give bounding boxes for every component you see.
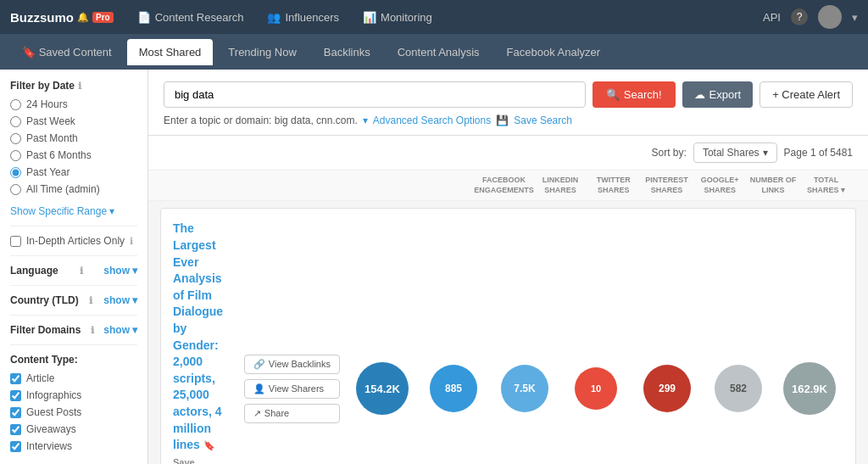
filter-domains-info-icon: ℹ [91, 325, 94, 336]
top-nav-right: API ? ▾ [763, 5, 858, 29]
brand-name: Buzzsumo [10, 10, 74, 25]
content-research-icon: 📄 [137, 11, 151, 24]
metric-pinterest-1: 10 [562, 367, 630, 410]
dropdown-icon: ▾ [363, 115, 368, 126]
country-chevron-icon: ▾ [132, 294, 137, 306]
pro-badge: Pro [92, 12, 114, 23]
result-item: The Largest Ever Analysis of Film Dialog… [160, 208, 856, 464]
tab-backlinks[interactable]: Backlinks [312, 39, 382, 65]
chevron-down-icon: ▾ [109, 205, 114, 217]
circle-twitter-1: 7.5K [501, 365, 548, 412]
save-search-link[interactable]: Save Search [514, 115, 572, 126]
header-linkedin-shares: LINKEDINSHARES [534, 176, 587, 195]
header-twitter-shares: TWITTERSHARES [587, 176, 640, 195]
content-area: 🔍 Search! ☁ Export + Create Alert Enter … [148, 70, 868, 464]
circle-google-1: 299 [643, 365, 691, 412]
checkbox-article[interactable]: Article [10, 372, 137, 384]
view-backlinks-btn-1[interactable]: 🔗 View Backlinks [244, 355, 340, 374]
header-fb-engagements: FACEBOOKENGAGEMENTS [474, 176, 534, 195]
nav-monitoring[interactable]: 📊 Monitoring [353, 6, 442, 29]
api-link[interactable]: API [763, 11, 781, 24]
in-depth-info-icon: ℹ [130, 236, 133, 247]
influencers-icon: 👥 [267, 11, 281, 24]
radio-24h[interactable]: 24 Hours [10, 98, 137, 110]
advanced-search-link[interactable]: Advanced Search Options [373, 115, 491, 126]
circle-links-1: 582 [715, 365, 762, 412]
metric-total-1: 162.9K [776, 362, 843, 415]
backlinks-icon: 🔗 [253, 359, 265, 370]
nav-influencers[interactable]: 👥 Influencers [257, 6, 349, 29]
column-headers: FACEBOOKENGAGEMENTS LINKEDINSHARES TWITT… [148, 171, 868, 201]
view-sharers-btn-1[interactable]: 👤 View Sharers [244, 379, 340, 399]
radio-past-year[interactable]: Past Year [10, 166, 137, 178]
country-info-icon: ℹ [89, 295, 92, 306]
filter-domains-show-link[interactable]: show ▾ [103, 324, 137, 336]
result-actions-1: 🔗 View Backlinks 👤 View Sharers ↗ Share [244, 221, 340, 464]
monitoring-icon: 📊 [363, 11, 376, 24]
metric-linkedin-1: 885 [420, 365, 487, 412]
content-type-label: Content Type: [10, 354, 137, 366]
circle-linkedin-1: 885 [430, 365, 477, 412]
tab-saved-content[interactable]: 🔖 Saved Content [10, 39, 124, 65]
sort-chevron-icon: ▾ [763, 147, 768, 159]
header-total-shares: TOTAL SHARES ▾ [799, 176, 853, 195]
search-hint: Enter a topic or domain: big data, cnn.c… [164, 115, 853, 126]
header-pinterest-shares: PINTERESTSHARES [640, 176, 693, 195]
export-icon: ☁ [694, 88, 705, 101]
search-row: 🔍 Search! ☁ Export + Create Alert [164, 81, 853, 108]
page-info: Page 1 of 5481 [784, 147, 853, 159]
show-specific-range[interactable]: Show Specific Range ▾ [10, 205, 137, 217]
tab-trending-now[interactable]: Trending Now [216, 39, 308, 65]
result-title-1[interactable]: The Largest Ever Analysis of Film Dialog… [173, 221, 236, 464]
metric-google-1: 299 [633, 365, 701, 412]
circle-fb-1: 154.2K [356, 362, 409, 415]
checkbox-infographics[interactable]: Infographics [10, 389, 137, 401]
tab-most-shared[interactable]: Most Shared [127, 39, 214, 65]
circle-pinterest-1: 10 [575, 367, 617, 410]
info-icon: ℹ [78, 81, 81, 92]
result-main-1: The Largest Ever Analysis of Film Dialog… [173, 221, 236, 464]
in-depth-articles-checkbox[interactable]: In-Depth Articles Only ℹ [10, 235, 137, 247]
radio-past-month[interactable]: Past Month [10, 132, 137, 144]
export-button[interactable]: ☁ Export [682, 81, 754, 108]
tab-content-analysis[interactable]: Content Analysis [386, 39, 492, 65]
save-search-icon: 💾 [496, 115, 509, 126]
country-filter: Country (TLD) ℹ show ▾ [10, 294, 137, 306]
search-bar-area: 🔍 Search! ☁ Export + Create Alert Enter … [148, 70, 868, 136]
language-info-icon: ℹ [80, 266, 83, 277]
sidebar: Filter by Date ℹ 24 Hours Past Week Past… [0, 70, 148, 464]
radio-past-week[interactable]: Past Week [10, 115, 137, 127]
tab-facebook-analyzer[interactable]: Facebook Analyzer [495, 39, 613, 65]
date-filter-group: 24 Hours Past Week Past Month Past 6 Mon… [10, 98, 137, 195]
sort-dropdown[interactable]: Total Shares ▾ [693, 143, 777, 163]
result-metrics-1: 154.2K 885 7.5K 10 299 582 162.9 [348, 221, 843, 464]
checkbox-guest-posts[interactable]: Guest Posts [10, 406, 137, 418]
logo[interactable]: Buzzsumo 🔔 Pro [10, 10, 114, 25]
country-show-link[interactable]: show ▾ [103, 294, 137, 306]
language-filter: Language ℹ show ▾ [10, 265, 137, 277]
checkbox-interviews[interactable]: Interviews [10, 440, 137, 452]
header-num-links: NUMBER OFLINKS [747, 176, 800, 195]
search-button[interactable]: 🔍 Search! [593, 81, 676, 108]
search-input[interactable] [164, 81, 586, 108]
help-icon[interactable]: ? [791, 8, 808, 25]
account-chevron-icon[interactable]: ▾ [852, 11, 858, 24]
search-icon: 🔍 [606, 88, 620, 101]
language-show-link[interactable]: show ▾ [103, 265, 137, 277]
checkbox-giveaways[interactable]: Giveaways [10, 423, 137, 435]
create-alert-button[interactable]: + Create Alert [760, 81, 853, 108]
share-btn-1[interactable]: ↗ Share [244, 404, 340, 423]
metric-fb-1: 154.2K [348, 362, 416, 415]
sharers-icon: 👤 [253, 383, 265, 394]
filter-domains: Filter Domains ℹ show ▾ [10, 324, 137, 336]
metric-twitter-1: 7.5K [491, 365, 559, 412]
share-icon: ↗ [253, 408, 261, 419]
top-navigation: Buzzsumo 🔔 Pro 📄 Content Research 👥 Infl… [0, 0, 868, 34]
main-layout: Filter by Date ℹ 24 Hours Past Week Past… [0, 70, 868, 464]
circle-total-1: 162.9K [783, 362, 836, 415]
radio-past-6months[interactable]: Past 6 Months [10, 149, 137, 161]
avatar[interactable] [818, 5, 842, 29]
nav-content-research[interactable]: 📄 Content Research [127, 6, 254, 29]
radio-all-time[interactable]: All Time (admin) [10, 183, 137, 195]
filter-by-date-label: Filter by Date ℹ [10, 80, 137, 92]
